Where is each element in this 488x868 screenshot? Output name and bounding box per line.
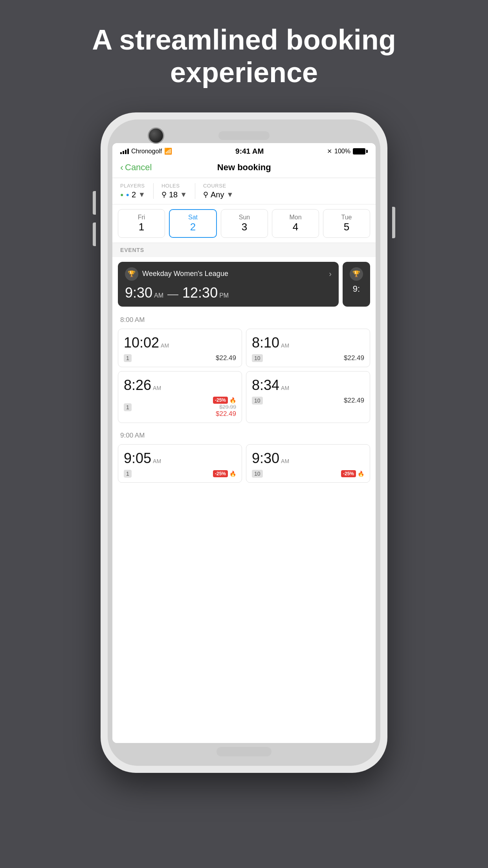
tee-card-826[interactable]: 8:26 AM 1 -25% 🔥 $29.99: [118, 371, 242, 423]
event-end-time: 12:30: [182, 285, 218, 301]
bluetooth-icon: ⨯: [327, 147, 332, 155]
spots-badge-826: 1: [124, 403, 132, 411]
filters-bar: PLAYERS ● ● 2 ▼ HOLES ⚲ 18: [112, 178, 376, 204]
phone-screen: Chronogolf 📶 9:41 AM ⨯ 100%: [112, 143, 376, 743]
battery-icon: [353, 148, 368, 154]
tee-grid-8am: 10:02 AM 1 $22.49 8:10 AM: [112, 326, 376, 427]
players-label: PLAYERS: [120, 183, 145, 189]
date-sat-2[interactable]: Sat 2: [169, 209, 217, 238]
course-value: Any: [211, 190, 224, 199]
tee-time-905: 9:05: [124, 450, 151, 467]
tee-ampm-930: AM: [281, 458, 289, 464]
spots-badge-905: 1: [124, 470, 132, 478]
date-day-mon: Mon: [289, 214, 301, 221]
events-row: 🏆 Weekday Women's League › 9:30 AM — 12:…: [112, 257, 376, 311]
tee-time-930: 9:30: [252, 450, 279, 467]
tee-time-834: 8:34: [252, 377, 279, 394]
date-day-tue: Tue: [341, 214, 352, 221]
nav-title: New booking: [152, 162, 336, 173]
discount-badge-930: -25%: [341, 470, 356, 477]
carrier-name: Chronogolf: [131, 148, 162, 155]
price-discount-905: -25% 🔥: [213, 470, 236, 477]
price-834: $22.49: [344, 397, 364, 405]
spots-badge-810: 10: [252, 354, 263, 362]
dot-green-icon: ●: [120, 191, 123, 198]
battery-percent: 100%: [334, 148, 350, 155]
status-bar: Chronogolf 📶 9:41 AM ⨯ 100%: [112, 143, 376, 158]
date-day-sun: Sun: [239, 214, 250, 221]
phone-mockup: Chronogolf 📶 9:41 AM ⨯ 100%: [101, 112, 387, 773]
tee-time-1002: 10:02: [124, 335, 159, 351]
original-price-826: $29.99: [219, 404, 236, 410]
tee-card-905[interactable]: 9:05 AM 1 -25% 🔥: [118, 444, 242, 483]
event-card-secondary[interactable]: 🏆 9:: [343, 262, 370, 307]
date-picker: Fri 1 Sat 2 Sun 3 Mon 4: [112, 204, 376, 243]
event-start-time: 9:30: [125, 285, 152, 301]
tee-ampm-905: AM: [153, 458, 161, 464]
date-num-4: 4: [293, 221, 298, 233]
tee-time-826: 8:26: [124, 377, 151, 394]
trophy-icon-small: 🏆: [350, 267, 363, 281]
spots-badge-834: 10: [252, 397, 263, 405]
speaker-grill: [218, 131, 270, 140]
time-group-label-8am: 8:00 AM: [112, 311, 376, 326]
holes-filter[interactable]: HOLES ⚲ 18 ▼: [161, 183, 187, 199]
signal-bars-icon: [120, 149, 129, 154]
course-dropdown-icon[interactable]: ▼: [226, 191, 233, 199]
event-dash: —: [167, 288, 178, 300]
holes-value: 18: [169, 190, 178, 199]
players-dropdown-icon[interactable]: ▼: [138, 191, 145, 199]
tee-grid-9am: 9:05 AM 1 -25% 🔥: [112, 442, 376, 487]
tee-ampm-826: AM: [153, 385, 161, 391]
spots-badge-1002: 1: [124, 354, 132, 362]
event-time-small: 9:: [347, 284, 365, 294]
event-end-ampm: PM: [219, 292, 229, 299]
dot-blue-icon: ●: [126, 191, 129, 198]
date-mon-4[interactable]: Mon 4: [272, 209, 319, 238]
tee-card-930[interactable]: 9:30 AM 10 -25% 🔥: [246, 444, 370, 483]
nav-bar: ‹ Cancel New booking: [112, 158, 376, 178]
tee-card-810[interactable]: 8:10 AM 10 $22.49: [246, 329, 370, 367]
wifi-icon: 📶: [164, 147, 172, 155]
tee-ampm-1002: AM: [161, 342, 169, 349]
event-card-main[interactable]: 🏆 Weekday Women's League › 9:30 AM — 12:…: [118, 262, 339, 307]
discount-badge-905: -25%: [213, 470, 228, 477]
chevron-right-icon: ›: [329, 269, 332, 278]
course-pin-icon: ⚲: [203, 190, 208, 199]
status-time: 9:41 AM: [235, 147, 264, 156]
tee-ampm-810: AM: [281, 342, 289, 349]
price-discount-930: -25% 🔥: [341, 470, 364, 477]
cancel-button[interactable]: ‹ Cancel: [120, 162, 152, 173]
tee-times-section: 8:00 AM 10:02 AM 1 $22.49: [112, 311, 376, 743]
camera-area: [112, 124, 376, 143]
date-sun-3[interactable]: Sun 3: [221, 209, 268, 238]
trophy-icon: 🏆: [125, 267, 138, 281]
course-label: COURSE: [203, 183, 233, 189]
discounted-price-826: $22.49: [216, 410, 236, 418]
events-section-header: EVENTS: [112, 243, 376, 257]
tee-card-834[interactable]: 8:34 AM 10 $22.49: [246, 371, 370, 423]
date-num-1: 1: [139, 221, 144, 233]
cancel-label: Cancel: [125, 162, 152, 173]
camera-lens: [148, 127, 164, 144]
event-name: Weekday Women's League: [142, 270, 228, 278]
event-start-ampm: AM: [154, 292, 163, 299]
date-day-fri: Fri: [138, 214, 145, 221]
fire-icon-930: 🔥: [358, 471, 364, 477]
players-value: 2: [132, 190, 136, 199]
price-1002: $22.49: [216, 354, 236, 362]
players-filter[interactable]: PLAYERS ● ● 2 ▼: [120, 183, 145, 199]
fire-icon-905: 🔥: [229, 471, 236, 477]
hero-title: A streamlined booking experience: [87, 24, 401, 89]
course-filter[interactable]: COURSE ⚲ Any ▼: [203, 183, 233, 199]
holes-dropdown-icon[interactable]: ▼: [180, 191, 187, 199]
home-indicator: [216, 747, 272, 756]
tee-ampm-834: AM: [281, 385, 289, 391]
date-tue-5[interactable]: Tue 5: [323, 209, 370, 238]
fire-icon-826: 🔥: [229, 397, 236, 403]
chevron-left-icon: ‹: [120, 162, 123, 173]
price-810: $22.49: [344, 354, 364, 362]
date-fri-1[interactable]: Fri 1: [118, 209, 165, 238]
tee-card-1002[interactable]: 10:02 AM 1 $22.49: [118, 329, 242, 367]
discount-badge-826: -25%: [213, 397, 228, 404]
